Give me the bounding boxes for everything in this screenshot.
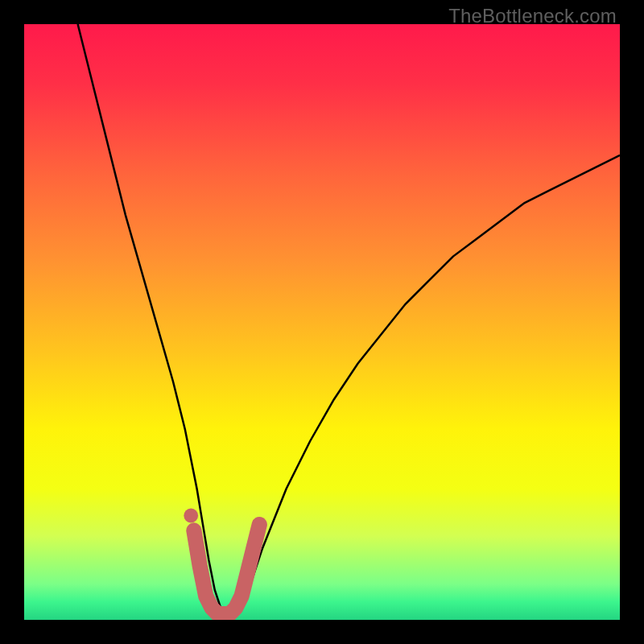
plot-area: [24, 24, 620, 620]
curve-layer: [24, 24, 620, 620]
highlight-band: [194, 525, 259, 614]
watermark-text: TheBottleneck.com: [448, 5, 617, 27]
bottleneck-curve: [78, 24, 620, 614]
highlight-dot: [184, 509, 198, 523]
chart-frame: TheBottleneck.com: [0, 0, 644, 644]
